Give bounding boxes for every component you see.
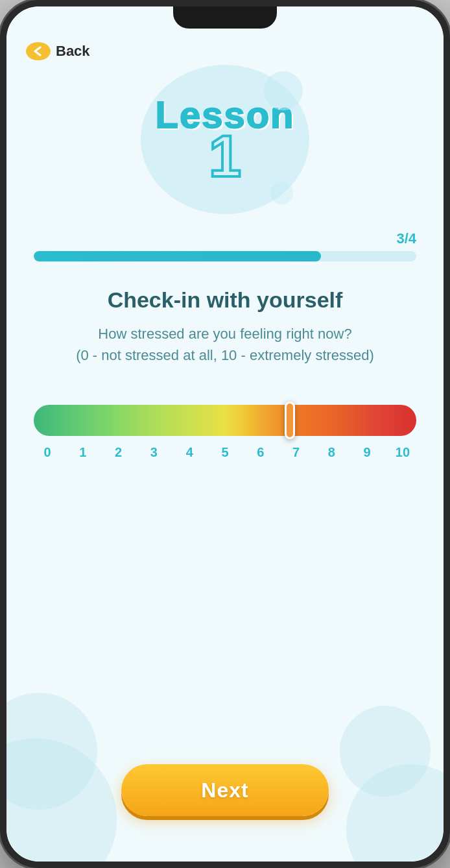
question-subtitle: How stressed are you feeling right now?(… [76,323,374,366]
screen: Back Lesson 1 3/4 Check-in with yourself [6,6,444,862]
slider-label-1: 1 [72,445,94,460]
question-title: Check-in with yourself [76,287,374,313]
progress-section: 3/4 [34,230,416,261]
slider-label-9: 9 [356,445,378,460]
question-section: Check-in with yourself How stressed are … [43,287,407,366]
slider-thumb[interactable] [285,402,295,439]
slider-label-10: 10 [392,445,414,460]
back-arrow-icon [26,42,51,60]
phone-frame: Back Lesson 1 3/4 Check-in with yourself [0,0,450,868]
next-button-label: Next [201,778,248,802]
slider-label-4: 4 [178,445,200,460]
slider-track [34,405,416,436]
slider-labels: 0 1 2 3 4 5 6 7 8 9 10 [34,445,416,460]
slider-label-7: 7 [285,445,307,460]
lesson-cloud: Lesson 1 [141,65,309,214]
slider-label-6: 6 [250,445,272,460]
next-button[interactable]: Next [121,764,329,816]
slider-label-0: 0 [36,445,58,460]
slider-label-2: 2 [108,445,130,460]
back-button[interactable]: Back [26,42,90,60]
lesson-hero: Lesson 1 [141,65,309,214]
lesson-number: 1 [209,130,241,183]
progress-label: 3/4 [34,230,416,247]
progress-bar-fill [34,251,321,261]
slider-label-5: 5 [214,445,236,460]
progress-bar-background [34,251,416,261]
back-label: Back [56,43,90,60]
notch [173,6,277,29]
slider-label-8: 8 [320,445,342,460]
slider-section: 0 1 2 3 4 5 6 7 8 9 10 [34,405,416,460]
svg-point-0 [26,42,51,60]
slider-label-3: 3 [143,445,165,460]
main-content: Lesson 1 3/4 Check-in with yourself How … [6,6,444,862]
slider-gradient [34,405,416,436]
